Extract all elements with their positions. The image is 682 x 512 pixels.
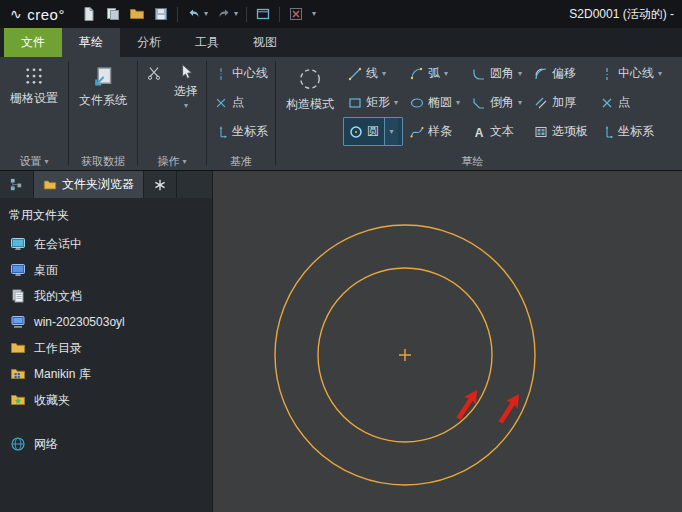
favorites-folder-icon <box>10 392 26 408</box>
file-system-button[interactable]: 文件系统 <box>71 59 135 109</box>
redo-button[interactable]: ▾ <box>216 6 238 22</box>
tab-file[interactable]: 文件 <box>4 28 62 57</box>
folder-item-desktop[interactable]: 桌面 <box>0 257 212 283</box>
folder-item-working-directory[interactable]: 工作目录 <box>0 335 212 361</box>
centerline-icon <box>600 67 614 81</box>
construction-circle-icon <box>297 66 323 92</box>
main-area: 文件夹浏览器 常用文件夹 在会话中 桌面 我的文档 <box>0 171 682 512</box>
ribbon-group-datum: 中心线 点 坐标系 基准 <box>207 57 275 170</box>
print-button[interactable] <box>105 6 121 22</box>
center-crosshair <box>399 349 411 361</box>
grid-settings-button[interactable]: 栅格设置 <box>2 59 66 107</box>
quick-access-toolbar: ▾ ▾ ▾ <box>81 6 316 22</box>
dropdown-arrow-icon: ▾ <box>312 10 316 18</box>
sketch-centerline-button[interactable]: 中心线 ▾ <box>595 59 667 88</box>
datum-point-button[interactable]: 点 <box>209 88 273 117</box>
circle-dropdown-button[interactable]: ▾ <box>384 118 398 145</box>
folder-item-in-session[interactable]: 在会话中 <box>0 231 212 257</box>
cursor-icon <box>177 63 195 81</box>
sidebar-tab-model-tree[interactable] <box>0 171 34 198</box>
sidebar-tab-favorites[interactable] <box>144 171 177 198</box>
ellipse-button[interactable]: 椭圆 ▾ <box>405 88 465 117</box>
dropdown-arrow-icon: ▾ <box>182 158 186 166</box>
offset-button[interactable]: 偏移 <box>529 59 593 88</box>
folder-item-manikin-library[interactable]: Manikin 库 <box>0 361 212 387</box>
folder-item-network[interactable]: 网络 <box>0 431 212 457</box>
chamfer-button[interactable]: 倒角 ▾ <box>467 88 527 117</box>
folder-icon <box>43 178 57 192</box>
dropdown-arrow-icon: ▾ <box>389 128 393 136</box>
ribbon: 栅格设置 设置▾ 文件系统 获取数据 <box>0 57 682 171</box>
text-a-icon <box>472 125 486 139</box>
new-file-button[interactable] <box>81 6 97 22</box>
coordinate-system-icon <box>600 125 614 139</box>
tab-view[interactable]: 视图 <box>236 28 294 57</box>
settings-group-label[interactable]: 设置▾ <box>2 153 66 170</box>
model-tree-icon <box>9 177 24 192</box>
text-button[interactable]: 文本 <box>467 117 527 146</box>
grid-settings-label: 栅格设置 <box>10 90 58 107</box>
annotation-arrow-2 <box>495 390 525 426</box>
sketch-tool-grid: 线 ▾ 弧 ▾ 圆角 ▾ 偏移 <box>343 59 667 146</box>
computer-icon <box>10 314 26 330</box>
document-title: S2D0001 (活动的) - <box>569 6 674 23</box>
undo-button[interactable]: ▾ <box>186 6 208 22</box>
circle-icon <box>349 125 363 139</box>
file-system-label: 文件系统 <box>79 92 127 109</box>
cut-button[interactable] <box>140 59 168 81</box>
dropdown-arrow-icon: ▾ <box>456 99 460 107</box>
folder-tree: 常用文件夹 在会话中 桌面 我的文档 win-20230503oyl <box>0 198 212 512</box>
navigator-tabs: 文件夹浏览器 <box>0 171 212 198</box>
save-button[interactable] <box>153 6 169 22</box>
dropdown-arrow-icon: ▾ <box>518 70 522 78</box>
line-button[interactable]: 线 ▾ <box>343 59 403 88</box>
line-icon <box>348 67 362 81</box>
session-monitor-icon <box>10 236 26 252</box>
close-window-button[interactable] <box>288 6 304 22</box>
point-x-icon <box>600 96 614 110</box>
rectangle-button[interactable]: 矩形 ▾ <box>343 88 403 117</box>
customize-toolbar-button[interactable]: ▾ <box>312 10 316 18</box>
dropdown-arrow-icon: ▾ <box>44 158 48 166</box>
datum-centerline-button[interactable]: 中心线 <box>209 59 273 88</box>
open-file-button[interactable] <box>129 6 145 22</box>
ribbon-tab-bar: 文件 草绘 分析 工具 视图 <box>0 28 682 57</box>
datum-group-label: 基准 <box>209 153 273 170</box>
sketch-point-button[interactable]: 点 <box>595 88 667 117</box>
get-data-group-label: 获取数据 <box>71 153 135 170</box>
palette-button[interactable]: 选项板 <box>529 117 593 146</box>
creo-swoosh-icon: ∿ <box>10 6 22 22</box>
creo-window: ∿ creo° ▾ ▾ ▾ S2D0001 (活动的) - 文件 草绘 分析 工… <box>0 0 682 512</box>
dropdown-arrow-icon: ▾ <box>444 70 448 78</box>
ribbon-group-operations: 选择 ▾ 操作▾ <box>138 57 206 170</box>
sketch-svg[interactable] <box>213 171 682 512</box>
arc-button[interactable]: 弧 ▾ <box>405 59 465 88</box>
tree-spacer <box>0 413 212 431</box>
folder-item-my-documents[interactable]: 我的文档 <box>0 283 212 309</box>
select-button[interactable]: 选择 ▾ <box>168 59 204 110</box>
datum-csys-button[interactable]: 坐标系 <box>209 117 273 146</box>
fillet-button[interactable]: 圆角 ▾ <box>467 59 527 88</box>
folder-item-computer[interactable]: win-20230503oyl <box>0 309 212 335</box>
sketch-csys-button[interactable]: 坐标系 <box>595 117 667 146</box>
sketch-group-label: 草绘 <box>278 153 667 170</box>
dropdown-arrow-icon: ▾ <box>518 99 522 107</box>
point-x-icon <box>214 96 228 110</box>
circle-button-selected[interactable]: 圆 ▾ <box>343 117 403 146</box>
spline-button[interactable]: 样条 <box>405 117 465 146</box>
tab-analysis[interactable]: 分析 <box>120 28 178 57</box>
thicken-button[interactable]: 加厚 <box>529 88 593 117</box>
construction-mode-label: 构造模式 <box>286 96 334 113</box>
folder-item-favorites[interactable]: 收藏夹 <box>0 387 212 413</box>
annotation-arrow-1 <box>453 386 483 422</box>
grid-dots-icon <box>24 66 44 86</box>
fillet-icon <box>472 67 486 81</box>
select-label: 选择 <box>174 83 198 100</box>
sketch-canvas[interactable] <box>213 171 682 512</box>
sidebar-tab-folder-browser[interactable]: 文件夹浏览器 <box>34 171 144 198</box>
regenerate-window-button[interactable] <box>255 6 271 22</box>
construction-mode-button[interactable]: 构造模式 <box>278 59 342 113</box>
operations-group-label[interactable]: 操作▾ <box>140 153 204 170</box>
tab-sketch[interactable]: 草绘 <box>62 28 120 57</box>
tab-tools[interactable]: 工具 <box>178 28 236 57</box>
